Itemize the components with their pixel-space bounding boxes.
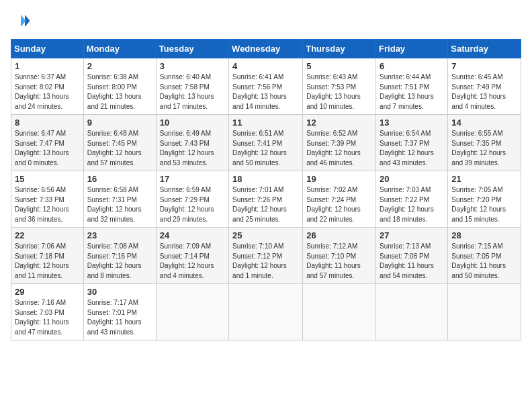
day-details: Sunrise: 6:58 AMSunset: 7:31 PMDaylight:…: [87, 185, 152, 224]
day-number: 16: [87, 174, 152, 184]
day-number: 2: [87, 61, 152, 71]
weekday-header-wednesday: Wednesday: [229, 40, 303, 58]
day-cell-3: 3Sunrise: 6:40 AMSunset: 7:58 PMDaylight…: [156, 58, 228, 115]
day-cell-13: 13Sunrise: 6:54 AMSunset: 7:37 PMDayligh…: [376, 115, 448, 171]
day-details: Sunrise: 6:37 AMSunset: 8:02 PMDaylight:…: [15, 73, 80, 111]
day-details: Sunrise: 7:02 AMSunset: 7:24 PMDaylight:…: [306, 185, 372, 224]
day-number: 19: [306, 174, 372, 184]
day-number: 29: [15, 287, 80, 297]
day-number: 17: [160, 174, 225, 184]
day-details: Sunrise: 6:43 AMSunset: 7:53 PMDaylight:…: [306, 73, 372, 111]
day-number: 27: [380, 230, 444, 240]
day-cell-27: 27Sunrise: 7:13 AMSunset: 7:08 PMDayligh…: [376, 228, 448, 284]
day-details: Sunrise: 6:52 AMSunset: 7:39 PMDaylight:…: [306, 129, 372, 168]
day-cell-6: 6Sunrise: 6:44 AMSunset: 7:51 PMDaylight…: [376, 58, 448, 115]
day-cell-1: 1Sunrise: 6:37 AMSunset: 8:02 PMDaylight…: [11, 58, 84, 115]
day-number: 1: [15, 61, 80, 71]
day-cell-29: 29Sunrise: 7:16 AMSunset: 7:03 PMDayligh…: [11, 284, 84, 340]
day-cell-5: 5Sunrise: 6:43 AMSunset: 7:53 PMDaylight…: [303, 58, 376, 115]
calendar-week-4: 22Sunrise: 7:06 AMSunset: 7:18 PMDayligh…: [11, 228, 521, 284]
day-details: Sunrise: 6:51 AMSunset: 7:41 PMDaylight:…: [232, 129, 299, 168]
day-number: 7: [451, 61, 517, 71]
calendar-week-2: 8Sunrise: 6:47 AMSunset: 7:47 PMDaylight…: [11, 115, 521, 171]
day-number: 12: [306, 118, 372, 128]
day-cell-21: 21Sunrise: 7:05 AMSunset: 7:20 PMDayligh…: [448, 171, 521, 228]
day-details: Sunrise: 7:01 AMSunset: 7:26 PMDaylight:…: [232, 185, 299, 224]
empty-cell: [303, 284, 376, 340]
day-number: 30: [87, 287, 152, 297]
day-details: Sunrise: 7:09 AMSunset: 7:14 PMDaylight:…: [160, 242, 225, 281]
day-details: Sunrise: 7:15 AMSunset: 7:05 PMDaylight:…: [451, 242, 517, 281]
day-details: Sunrise: 6:44 AMSunset: 7:51 PMDaylight:…: [380, 73, 444, 111]
day-cell-11: 11Sunrise: 6:51 AMSunset: 7:41 PMDayligh…: [229, 115, 303, 171]
day-number: 14: [451, 118, 517, 128]
day-cell-23: 23Sunrise: 7:08 AMSunset: 7:16 PMDayligh…: [83, 228, 156, 284]
calendar-week-3: 15Sunrise: 6:56 AMSunset: 7:33 PMDayligh…: [11, 171, 521, 228]
day-details: Sunrise: 6:41 AMSunset: 7:56 PMDaylight:…: [232, 73, 299, 111]
weekday-header-thursday: Thursday: [303, 40, 376, 58]
day-details: Sunrise: 7:03 AMSunset: 7:22 PMDaylight:…: [380, 185, 444, 224]
day-details: Sunrise: 6:45 AMSunset: 7:49 PMDaylight:…: [451, 73, 517, 111]
day-details: Sunrise: 6:59 AMSunset: 7:29 PMDaylight:…: [160, 185, 225, 224]
day-cell-2: 2Sunrise: 6:38 AMSunset: 8:00 PMDaylight…: [83, 58, 156, 115]
day-details: Sunrise: 7:08 AMSunset: 7:16 PMDaylight:…: [87, 242, 152, 281]
day-details: Sunrise: 6:38 AMSunset: 8:00 PMDaylight:…: [87, 73, 152, 111]
day-details: Sunrise: 6:54 AMSunset: 7:37 PMDaylight:…: [380, 129, 444, 168]
day-details: Sunrise: 6:47 AMSunset: 7:47 PMDaylight:…: [15, 129, 80, 168]
day-cell-26: 26Sunrise: 7:12 AMSunset: 7:10 PMDayligh…: [303, 228, 376, 284]
day-details: Sunrise: 7:06 AMSunset: 7:18 PMDaylight:…: [15, 242, 80, 281]
calendar-week-1: 1Sunrise: 6:37 AMSunset: 8:02 PMDaylight…: [11, 58, 521, 115]
day-number: 9: [87, 118, 152, 128]
weekday-header-row: SundayMondayTuesdayWednesdayThursdayFrid…: [11, 40, 521, 58]
day-cell-28: 28Sunrise: 7:15 AMSunset: 7:05 PMDayligh…: [448, 228, 521, 284]
empty-cell: [448, 284, 521, 340]
day-number: 6: [380, 61, 444, 71]
day-number: 22: [15, 230, 80, 240]
day-number: 25: [232, 230, 299, 240]
day-details: Sunrise: 6:48 AMSunset: 7:45 PMDaylight:…: [87, 129, 152, 168]
day-number: 15: [15, 174, 80, 184]
day-cell-24: 24Sunrise: 7:09 AMSunset: 7:14 PMDayligh…: [156, 228, 228, 284]
day-number: 5: [306, 61, 372, 71]
day-number: 24: [160, 230, 225, 240]
day-number: 10: [160, 118, 225, 128]
day-number: 23: [87, 230, 152, 240]
day-number: 3: [160, 61, 225, 71]
day-number: 18: [232, 174, 299, 184]
day-cell-4: 4Sunrise: 6:41 AMSunset: 7:56 PMDaylight…: [229, 58, 303, 115]
day-cell-16: 16Sunrise: 6:58 AMSunset: 7:31 PMDayligh…: [83, 171, 156, 228]
day-cell-7: 7Sunrise: 6:45 AMSunset: 7:49 PMDaylight…: [448, 58, 521, 115]
day-details: Sunrise: 7:05 AMSunset: 7:20 PMDaylight:…: [451, 185, 517, 224]
weekday-header-tuesday: Tuesday: [156, 40, 228, 58]
day-details: Sunrise: 7:17 AMSunset: 7:01 PMDaylight:…: [87, 298, 152, 337]
empty-cell: [376, 284, 448, 340]
day-number: 4: [232, 61, 299, 71]
day-details: Sunrise: 6:55 AMSunset: 7:35 PMDaylight:…: [451, 129, 517, 168]
weekday-header-monday: Monday: [83, 40, 156, 58]
page-header: [11, 11, 521, 31]
day-cell-17: 17Sunrise: 6:59 AMSunset: 7:29 PMDayligh…: [156, 171, 228, 228]
empty-cell: [229, 284, 303, 340]
day-cell-30: 30Sunrise: 7:17 AMSunset: 7:01 PMDayligh…: [83, 284, 156, 340]
logo-icon: [11, 11, 31, 31]
day-cell-15: 15Sunrise: 6:56 AMSunset: 7:33 PMDayligh…: [11, 171, 84, 228]
day-details: Sunrise: 6:40 AMSunset: 7:58 PMDaylight:…: [160, 73, 225, 111]
weekday-header-sunday: Sunday: [11, 40, 84, 58]
day-cell-10: 10Sunrise: 6:49 AMSunset: 7:43 PMDayligh…: [156, 115, 228, 171]
day-cell-9: 9Sunrise: 6:48 AMSunset: 7:45 PMDaylight…: [83, 115, 156, 171]
empty-cell: [156, 284, 228, 340]
day-details: Sunrise: 7:13 AMSunset: 7:08 PMDaylight:…: [380, 242, 444, 281]
day-cell-12: 12Sunrise: 6:52 AMSunset: 7:39 PMDayligh…: [303, 115, 376, 171]
day-number: 11: [232, 118, 299, 128]
day-number: 21: [451, 174, 517, 184]
calendar-week-5: 29Sunrise: 7:16 AMSunset: 7:03 PMDayligh…: [11, 284, 521, 340]
day-details: Sunrise: 7:10 AMSunset: 7:12 PMDaylight:…: [232, 242, 299, 281]
weekday-header-saturday: Saturday: [448, 40, 521, 58]
day-details: Sunrise: 6:49 AMSunset: 7:43 PMDaylight:…: [160, 129, 225, 168]
day-number: 8: [15, 118, 80, 128]
logo: [11, 11, 34, 31]
day-cell-25: 25Sunrise: 7:10 AMSunset: 7:12 PMDayligh…: [229, 228, 303, 284]
day-cell-22: 22Sunrise: 7:06 AMSunset: 7:18 PMDayligh…: [11, 228, 84, 284]
day-details: Sunrise: 7:16 AMSunset: 7:03 PMDaylight:…: [15, 298, 80, 337]
day-details: Sunrise: 6:56 AMSunset: 7:33 PMDaylight:…: [15, 185, 80, 224]
